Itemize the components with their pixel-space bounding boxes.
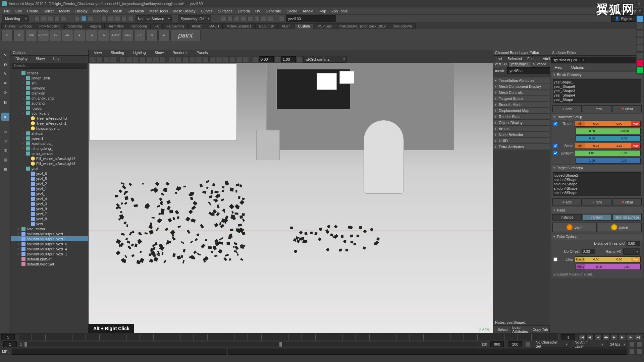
- layout-outliner-icon[interactable]: ▦: [1, 165, 9, 173]
- shelf-tab-poly-modeling[interactable]: Poly Modeling: [36, 23, 64, 29]
- menu-surfaces[interactable]: Surfaces: [215, 7, 235, 14]
- shelf-tab-custom[interactable]: Custom: [294, 23, 313, 29]
- pause-icon[interactable]: [268, 16, 273, 21]
- outliner-search-input[interactable]: [12, 63, 87, 69]
- menu-mesh[interactable]: Mesh: [110, 7, 125, 14]
- vp-motion-blur-icon[interactable]: [209, 56, 215, 62]
- outliner-item[interactable]: -sences: [11, 70, 88, 75]
- shelf-icon-4[interactable]: ID: [50, 30, 61, 41]
- cb-tab[interactable]: yeziShape1: [509, 62, 531, 68]
- shelf-icon-9[interactable]: UV2021: [110, 30, 121, 41]
- brush-add-button[interactable]: +add: [552, 105, 582, 112]
- outliner-item[interactable]: +zhihuan: [11, 131, 88, 136]
- shelf-icon-3[interactable]: MV2020: [38, 30, 49, 41]
- range-end1-input[interactable]: [490, 341, 504, 347]
- ae-menu-options[interactable]: Options: [569, 64, 587, 70]
- color-green-icon[interactable]: [637, 67, 643, 74]
- menu-uv[interactable]: UV: [253, 7, 263, 14]
- fps-dropdown[interactable]: 24 fps: [607, 341, 627, 348]
- outliner-item[interactable]: +spPaint3dOutput_yezi_: [11, 231, 88, 236]
- outliner-item[interactable]: +shu: [11, 80, 88, 85]
- mode-dropdown[interactable]: Modeling: [2, 15, 29, 22]
- outliner-item[interactable]: +lvse_zhiwu: [11, 226, 88, 231]
- vp-bookmark-icon[interactable]: [97, 56, 103, 62]
- undo-icon[interactable]: [54, 16, 60, 21]
- time-slider[interactable]: |◀ ◀| ◀ ◀▶ ▶ ▶ |▶ ▶|: [0, 333, 644, 341]
- outliner-tree[interactable]: -sences+jinnen_zhili+shu+jiankong+dianxi…: [11, 70, 88, 333]
- menu-arnold[interactable]: Arnold: [300, 7, 316, 14]
- sec-paint[interactable]: Paint: [551, 207, 643, 213]
- shelf-tab-motion-graphics[interactable]: Motion Graphics: [223, 23, 255, 29]
- outliner-item[interactable]: -temp_sences: [11, 151, 88, 156]
- ae-search-input[interactable]: [551, 57, 643, 63]
- cb-section[interactable]: Mesh Controls: [493, 89, 550, 95]
- step-forward-key-button[interactable]: |▶: [627, 334, 634, 340]
- open-scene-icon[interactable]: [41, 16, 46, 21]
- paint-tool[interactable]: ✎: [1, 70, 9, 78]
- step-forward-button[interactable]: ▶: [619, 334, 626, 340]
- outliner-item[interactable]: Tree_aiAreaLight1: [11, 121, 88, 126]
- sec-brush-geometry[interactable]: Brush Geometry: [551, 72, 643, 78]
- range-slider[interactable]: 1 120 No Character Set No Anim Layer 24 …: [0, 341, 644, 348]
- shelf-icon-5[interactable]: AM: [62, 30, 73, 41]
- place-button[interactable]: place: [598, 223, 642, 232]
- prefs-icon[interactable]: [637, 342, 642, 347]
- layout-single-icon[interactable]: ▭: [1, 127, 9, 135]
- command-input[interactable]: [12, 349, 226, 355]
- help-line-icon[interactable]: [637, 349, 642, 354]
- outliner-menu-help[interactable]: Help: [50, 56, 63, 62]
- outliner-item[interactable]: +spPaint3dOutput_yezi1: [11, 236, 88, 241]
- shelf-tab-rendering[interactable]: Rendering: [128, 23, 151, 29]
- shelf-icon-12[interactable]: ⟳: [146, 30, 158, 41]
- outliner-item[interactable]: +nihongdeng_: [11, 146, 88, 151]
- outliner-item[interactable]: defaultObjectSet: [11, 261, 88, 266]
- shelf-icon-13[interactable]: 🖌: [158, 30, 170, 41]
- render-icon[interactable]: [221, 16, 226, 21]
- viewport-3d[interactable]: Verts: 454964 Edges: 1374803 Faces: 9338…: [89, 63, 493, 333]
- outliner-menu-display[interactable]: Display: [13, 56, 30, 62]
- menu-generate[interactable]: Generate: [263, 7, 284, 14]
- vp-colorspace-dropdown[interactable]: sRGB gamma: [303, 56, 347, 63]
- outliner-item[interactable]: +dianxian: [11, 90, 88, 96]
- shelf-tab-rigging[interactable]: Rigging: [86, 23, 105, 29]
- vp-exposure-input[interactable]: [259, 56, 274, 62]
- shelf-tab-zootoolspro[interactable]: zooToolsPro: [390, 23, 416, 29]
- redo-icon[interactable]: [61, 16, 66, 21]
- brush-geometry-list[interactable]: yeziShape1yezi_Shape6yezi_Shape3yezi_Sha…: [553, 79, 641, 103]
- snap-plane-icon[interactable]: [121, 16, 127, 21]
- cb-section[interactable]: Tessellation Attributes: [493, 77, 550, 83]
- key-icon[interactable]: [629, 342, 635, 347]
- shelf-icon-10[interactable]: DTM: [122, 30, 133, 41]
- menu-edit[interactable]: Edit: [13, 7, 24, 14]
- scale-range-bar[interactable]: Min0.751.25Max: [575, 143, 641, 149]
- color-red-icon[interactable]: [637, 60, 643, 66]
- cb-tab[interactable]: aiStanda: [531, 62, 548, 68]
- jitter-checkbox[interactable]: [553, 257, 557, 261]
- cb-btn-load-attributes[interactable]: Load Attributes: [512, 326, 531, 333]
- attr-editor-icon[interactable]: [637, 23, 643, 29]
- menu-edit-mesh[interactable]: Edit Mesh: [125, 7, 147, 14]
- outliner-item[interactable]: +xiaohuahua_: [11, 141, 88, 146]
- vp-ao-icon[interactable]: [203, 56, 209, 62]
- vp-gamma-input[interactable]: [281, 56, 296, 62]
- shelf-tab-xgen[interactable]: XGen: [278, 23, 294, 29]
- menu-zoo-tools[interactable]: Zoo Tools: [329, 7, 350, 14]
- goto-end-button[interactable]: ▶|: [635, 334, 642, 340]
- outliner-item[interactable]: +chuangkuang: [11, 96, 88, 101]
- shelf-icon-8[interactable]: ⊚: [98, 30, 109, 41]
- symmetry-dropdown[interactable]: Symmetry: Off: [178, 15, 211, 22]
- light-editor-icon[interactable]: [254, 16, 260, 21]
- range-track[interactable]: [24, 342, 480, 347]
- shelf-tab-animation[interactable]: Animation: [105, 23, 127, 29]
- outliner-item[interactable]: +fuwuqi_: [11, 106, 88, 111]
- rotate-green-bar[interactable]: 0.00360.00: [576, 128, 641, 134]
- outliner-item[interactable]: +spPaint3dOutput_yezi_1: [11, 251, 88, 256]
- target-surface-list[interactable]: luoyediShape2shidun2Shapeshidun1Shapeshi…: [553, 172, 641, 196]
- brush-rem-button[interactable]: −rem: [583, 105, 612, 112]
- cb-section[interactable]: Node Behavior: [493, 131, 550, 137]
- cb-section[interactable]: Tangent Space: [493, 95, 550, 101]
- outliner-item[interactable]: yezi_3: [11, 201, 88, 206]
- construction-icon[interactable]: [279, 16, 284, 21]
- outliner-item[interactable]: yezi_4: [11, 196, 88, 201]
- script-editor-icon[interactable]: [629, 349, 635, 354]
